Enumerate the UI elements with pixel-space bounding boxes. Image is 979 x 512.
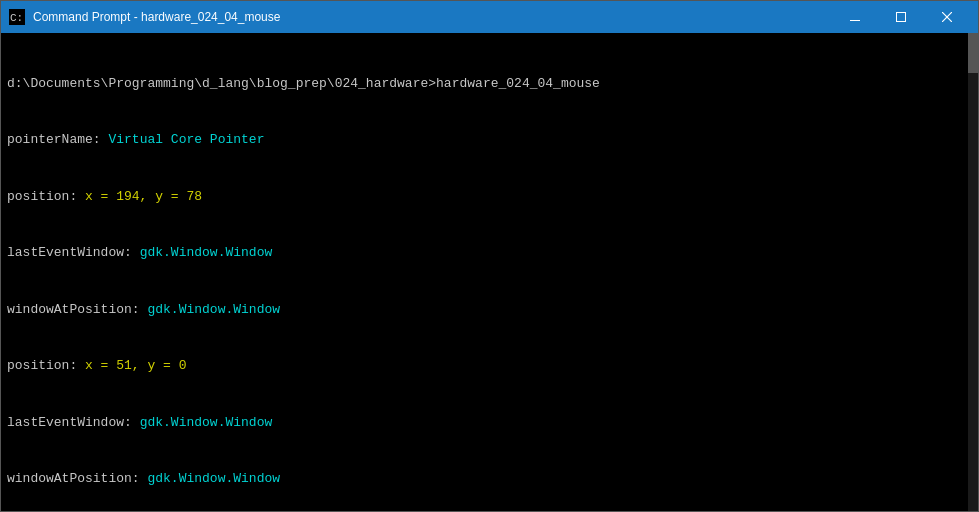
maximize-button[interactable] [878,1,924,33]
console-line-1: pointerName: Virtual Core Pointer [7,131,972,150]
close-button[interactable] [924,1,970,33]
scrollbar-thumb[interactable] [968,33,978,73]
console-line-3: lastEventWindow: gdk.Window.Window [7,244,972,263]
minimize-button[interactable] [832,1,878,33]
window-controls [832,1,970,33]
cmd-icon: C: [9,9,25,25]
svg-rect-2 [850,20,860,21]
svg-rect-3 [897,13,906,22]
svg-text:C:: C: [10,12,23,24]
title-bar: C: Command Prompt - hardware_024_04_mous… [1,1,978,33]
console-line-6: lastEventWindow: gdk.Window.Window [7,414,972,433]
console-line-5: position: x = 51, y = 0 [7,357,972,376]
cmd-window: C: Command Prompt - hardware_024_04_mous… [0,0,979,512]
console-line-2: position: x = 194, y = 78 [7,188,972,207]
console-line-4: windowAtPosition: gdk.Window.Window [7,301,972,320]
console-area[interactable]: d:\Documents\Programming\d_lang\blog_pre… [1,33,978,511]
console-line-7: windowAtPosition: gdk.Window.Window [7,470,972,489]
scrollbar[interactable] [968,33,978,511]
window-title: Command Prompt - hardware_024_04_mouse [33,10,832,24]
console-line-0: d:\Documents\Programming\d_lang\blog_pre… [7,75,972,94]
console-output: d:\Documents\Programming\d_lang\blog_pre… [7,37,972,511]
